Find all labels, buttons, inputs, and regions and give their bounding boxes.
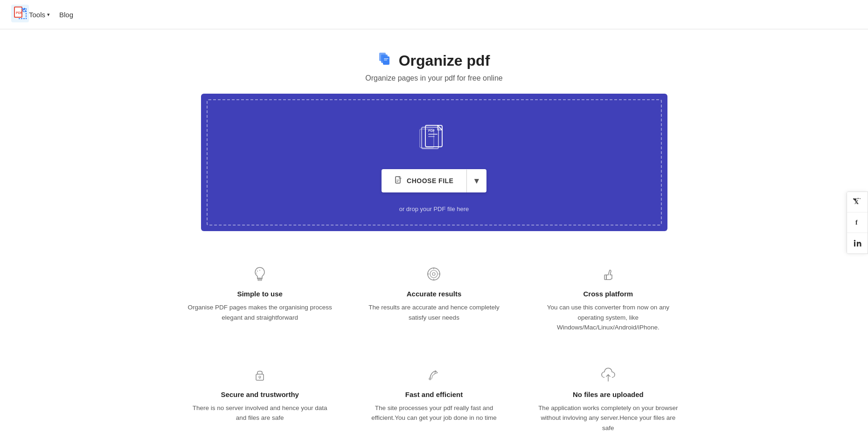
svg-rect-18 <box>396 181 398 182</box>
svg-rect-7 <box>383 56 389 65</box>
feature-secure-desc: There is no server involved and hence yo… <box>187 403 333 423</box>
drop-hint: or drop your PDF file here <box>399 205 469 212</box>
chevron-down-icon: ▾ <box>474 176 479 185</box>
chevron-down-icon: ▾ <box>47 12 50 18</box>
pdf-upload-icon: PDF <box>418 122 451 156</box>
cloud-upload-icon <box>535 364 681 385</box>
svg-rect-19 <box>257 278 262 279</box>
nav-blog[interactable]: Blog <box>59 11 73 19</box>
svg-text:f: f <box>855 219 858 226</box>
feature-secure-title: Secure and trustworthy <box>187 390 333 398</box>
svg-rect-31 <box>604 275 606 280</box>
feature-no-upload: No files are uploaded The application wo… <box>530 360 686 438</box>
upload-section: PDF CHOOSE FILE ▾ <box>145 94 723 231</box>
choose-file-label: CHOOSE FILE <box>407 177 453 185</box>
feature-simple-title: Simple to use <box>187 290 333 298</box>
lock-icon <box>187 364 333 385</box>
feature-accurate-desc: The results are accurate and hence compl… <box>361 302 507 322</box>
feature-no-upload-title: No files are uploaded <box>535 390 681 398</box>
linkedin-button[interactable] <box>847 233 868 253</box>
feature-cross-platform-title: Cross platform <box>535 290 681 298</box>
svg-text:PDF: PDF <box>16 11 23 14</box>
feature-accurate-title: Accurate results <box>361 290 507 298</box>
svg-point-40 <box>854 240 856 241</box>
navbar: PDF Tools ▾ Blog <box>0 0 868 29</box>
svg-line-22 <box>257 271 258 272</box>
features-grid: Simple to use Organise PDF pages makes t… <box>182 259 686 438</box>
svg-rect-17 <box>396 180 399 180</box>
svg-point-25 <box>430 270 437 278</box>
svg-rect-12 <box>428 134 437 135</box>
social-sidebar: 𝕏 f <box>847 192 868 254</box>
choose-file-button[interactable]: CHOOSE FILE ▾ <box>382 169 486 192</box>
page-subtitle: Organize pages in your pdf for free onli… <box>9 74 859 82</box>
svg-point-24 <box>428 268 440 280</box>
svg-rect-9 <box>384 60 387 61</box>
feature-simple-desc: Organise PDF pages makes the organising … <box>187 302 333 322</box>
upload-dropzone[interactable]: PDF CHOOSE FILE ▾ <box>201 94 667 231</box>
twitter-button[interactable]: 𝕏 <box>847 192 868 212</box>
feature-simple: Simple to use Organise PDF pages makes t… <box>182 259 338 337</box>
features-section: Simple to use Organise PDF pages makes t… <box>154 250 714 445</box>
nav-tools[interactable]: Tools ▾ <box>29 11 50 19</box>
svg-text:𝕏: 𝕏 <box>854 199 859 205</box>
target-icon <box>361 264 507 284</box>
thumbsup-icon <box>535 264 681 284</box>
svg-rect-20 <box>258 280 262 281</box>
svg-point-26 <box>432 273 435 275</box>
feature-accurate: Accurate results The results are accurat… <box>356 259 512 337</box>
feature-cross-platform: Cross platform You can use this converte… <box>530 259 686 337</box>
svg-point-35 <box>429 378 431 380</box>
header-pdf-icon <box>378 52 394 69</box>
svg-rect-8 <box>384 58 389 59</box>
choose-file-main: CHOOSE FILE <box>382 170 467 192</box>
feature-cross-platform-desc: You can use this converter from now on a… <box>535 302 681 333</box>
lightbulb-icon <box>187 264 333 284</box>
feature-secure: Secure and trustworthy There is no serve… <box>182 360 338 438</box>
facebook-button[interactable]: f <box>847 212 868 233</box>
fast-icon <box>361 364 507 385</box>
logo: PDF <box>11 5 29 24</box>
dropdown-arrow[interactable]: ▾ <box>467 169 486 192</box>
svg-rect-39 <box>854 242 855 246</box>
feature-fast-desc: The site processes your pdf really fast … <box>361 403 507 423</box>
file-icon <box>395 176 403 186</box>
svg-point-33 <box>259 376 261 378</box>
page-header: Organize pdf Organize pages in your pdf … <box>0 29 868 94</box>
svg-rect-32 <box>256 374 264 380</box>
feature-fast: Fast and efficient The site processes yo… <box>356 360 512 438</box>
feature-no-upload-desc: The application works completely on your… <box>535 403 681 433</box>
feature-fast-title: Fast and efficient <box>361 390 507 398</box>
page-title: Organize pdf <box>399 52 490 69</box>
